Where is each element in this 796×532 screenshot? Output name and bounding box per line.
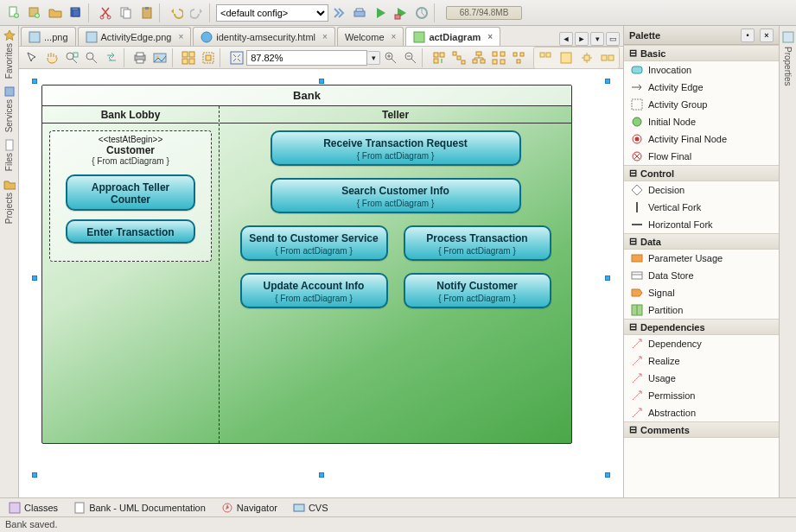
palette-item-permission[interactable]: Permission — [624, 387, 779, 404]
close-icon[interactable]: × — [178, 32, 183, 41]
save-all-button[interactable] — [67, 3, 86, 22]
palette-group-control[interactable]: ⊟Control — [624, 165, 779, 181]
tab-image-1[interactable]: ActivityEdge.png× — [78, 27, 192, 46]
cvs-icon — [293, 502, 305, 514]
build-button[interactable] — [329, 3, 348, 22]
select-similar-button[interactable] — [199, 48, 217, 67]
palette-item-realize[interactable]: Realize — [624, 352, 779, 370]
hier-layout-button[interactable] — [469, 48, 487, 67]
pan-tool[interactable] — [43, 48, 61, 67]
palette-item-dependency[interactable]: Dependency — [624, 335, 779, 352]
palette-pin-button[interactable]: • — [741, 28, 755, 42]
zoom-out-button[interactable] — [401, 48, 419, 67]
tab-image-0[interactable]: ...png — [21, 27, 76, 46]
activity-notify-customer[interactable]: Notify Customer{ From actDiagram } — [404, 273, 551, 308]
profile-button[interactable] — [412, 3, 431, 22]
view-tab-classes[interactable]: Classes — [9, 502, 58, 514]
tab-scroll-left[interactable]: ◄ — [559, 32, 573, 46]
tab-maximize-button[interactable]: ▭ — [606, 32, 620, 46]
select-all-button[interactable] — [179, 48, 197, 67]
activity-update-account[interactable]: Update Account Info{ From actDiagram } — [240, 273, 388, 308]
run-button[interactable] — [371, 3, 390, 22]
palette-group-basic[interactable]: ⊟Basic — [624, 45, 779, 61]
palette-item-flow-final[interactable]: Flow Final — [624, 148, 779, 165]
debug-button[interactable] — [392, 3, 411, 22]
select-tool[interactable] — [23, 48, 41, 67]
tab-welcome[interactable]: Welcome× — [337, 27, 404, 46]
zoom-dropdown-button[interactable]: ▾ — [367, 51, 380, 65]
activity-frame[interactable]: Bank Bank Lobby <<testAtBegin>> Customer… — [41, 85, 572, 444]
files-tab[interactable]: Files — [2, 139, 17, 171]
sequence-layout-button[interactable] — [449, 48, 468, 67]
properties-tab[interactable]: Properties — [783, 47, 793, 86]
palette-item-data-store[interactable]: Data Store — [624, 267, 779, 284]
partition-bank-lobby[interactable]: Bank Lobby <<testAtBegin>> Customer { Fr… — [42, 106, 220, 443]
close-icon[interactable]: × — [487, 32, 493, 41]
new-project-button[interactable] — [25, 3, 44, 22]
favorites-tab[interactable]: Favorites — [2, 29, 17, 79]
palette-close-button[interactable]: × — [760, 28, 774, 42]
new-file-button[interactable] — [4, 3, 23, 22]
palette-group-data[interactable]: ⊟Data — [624, 233, 779, 250]
zoom-input[interactable] — [246, 50, 367, 66]
toggle-overview-button[interactable] — [577, 48, 596, 67]
tab-scroll-right[interactable]: ► — [575, 32, 589, 46]
diagram-canvas[interactable]: Bank Bank Lobby <<testAtBegin>> Customer… — [19, 69, 623, 497]
activity-enter-transaction[interactable]: Enter Transaction — [66, 219, 195, 244]
toggle-orth-button[interactable] — [598, 48, 617, 67]
palette-item-decision[interactable]: Decision — [624, 181, 779, 199]
tab-html[interactable]: identity-amsecurity.html× — [193, 27, 335, 46]
palette-item-initial-node[interactable]: Initial Node — [624, 113, 779, 130]
palette-item-vfork[interactable]: Vertical Fork — [624, 199, 779, 216]
memory-indicator[interactable]: 68.7/94.8MB — [446, 6, 522, 20]
activity-send-service[interactable]: Send to Customer Service{ From actDiagra… — [240, 225, 388, 261]
paste-button[interactable] — [137, 3, 156, 22]
zoom-marquee-tool[interactable] — [63, 48, 81, 67]
close-icon[interactable]: × — [322, 32, 328, 41]
partition-teller[interactable]: Teller Receive Transaction Request{ From… — [220, 106, 571, 443]
navigate-link-tool[interactable] — [103, 48, 121, 67]
zoom-in-button[interactable] — [381, 48, 399, 67]
palette-group-comments[interactable]: ⊟Comments — [624, 421, 779, 438]
close-icon[interactable]: × — [392, 32, 397, 41]
activity-search-customer[interactable]: Search Customer Info{ From actDiagram } — [271, 178, 521, 213]
config-select[interactable]: <default config> — [216, 4, 328, 22]
open-button[interactable] — [46, 3, 65, 22]
activity-receive-request[interactable]: Receive Transaction Request{ From actDia… — [271, 130, 521, 166]
toggle-snap-button[interactable] — [557, 48, 576, 67]
activity-process-transaction[interactable]: Process Transaction{ From actDiagram } — [404, 225, 551, 261]
clean-build-button[interactable] — [350, 3, 369, 22]
view-tab-navigator[interactable]: Navigator — [221, 502, 277, 514]
print-button[interactable] — [131, 48, 150, 67]
palette-item-invocation[interactable]: Invocation — [624, 61, 779, 79]
customer-swimlane[interactable]: <<testAtBegin>> Customer { From actDiagr… — [49, 130, 212, 262]
tab-list-button[interactable]: ▾ — [590, 32, 604, 46]
toggle-grid-button[interactable] — [536, 48, 555, 67]
activity-approach-teller[interactable]: Approach Teller Counter — [66, 174, 195, 211]
palette-group-deps[interactable]: ⊟Dependencies — [624, 319, 779, 335]
palette-item-activity-edge[interactable]: Activity Edge — [624, 79, 779, 96]
fit-window-button[interactable] — [227, 48, 245, 67]
services-tab[interactable]: Services — [2, 86, 17, 132]
palette-item-usage[interactable]: Usage — [624, 370, 779, 387]
undo-button[interactable] — [167, 3, 186, 22]
palette-item-param-usage[interactable]: Parameter Usage — [624, 250, 779, 267]
incremental-layout-button[interactable] — [509, 48, 527, 67]
tab-diagram[interactable]: actDiagram× — [405, 27, 500, 46]
palette-item-partition[interactable]: Partition — [624, 301, 779, 319]
orth-layout-button[interactable] — [489, 48, 507, 67]
relayout-button[interactable] — [430, 48, 448, 67]
cut-button[interactable] — [96, 3, 115, 22]
projects-tab[interactable]: Projects — [2, 179, 17, 224]
palette-item-signal[interactable]: Signal — [624, 284, 779, 301]
zoom-interactive-tool[interactable] — [83, 48, 101, 67]
view-tab-uml-doc[interactable]: Bank - UML Documentation — [73, 502, 206, 514]
palette-item-final-node[interactable]: Activity Final Node — [624, 130, 779, 148]
view-tab-cvs[interactable]: CVS — [293, 502, 328, 514]
copy-button[interactable] — [117, 3, 136, 22]
redo-button[interactable] — [188, 3, 207, 22]
export-image-button[interactable] — [151, 48, 169, 67]
palette-item-hfork[interactable]: Horizontal Fork — [624, 216, 779, 233]
palette-item-abstraction[interactable]: Abstraction — [624, 404, 779, 421]
palette-item-activity-group[interactable]: Activity Group — [624, 96, 779, 113]
